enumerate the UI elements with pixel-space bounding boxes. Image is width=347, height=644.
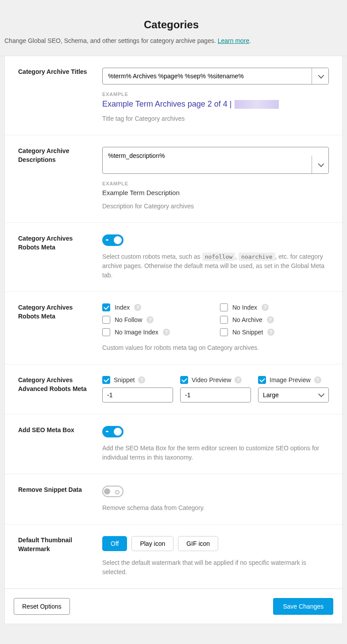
- field-label: Category Archives Robots Meta: [18, 234, 93, 252]
- watermark-option-button[interactable]: Play icon: [131, 536, 174, 551]
- checkbox[interactable]: [220, 328, 228, 336]
- checkbox-item: No Archive?: [220, 316, 329, 324]
- field-description: Select custom robots meta, such as nofol…: [102, 252, 329, 280]
- page-header: Categories Change Global SEO, Schema, an…: [0, 0, 347, 56]
- adv-robots-col: Image Preview?Large: [258, 376, 329, 402]
- field-label: Category Archives Advanced Robots Meta: [18, 376, 93, 393]
- robots-meta-toggle[interactable]: [102, 234, 123, 246]
- help-icon[interactable]: ?: [235, 376, 242, 383]
- field-advanced-robots: Category Archives Advanced Robots Meta S…: [5, 364, 342, 414]
- page-subtitle: Change Global SEO, Schema, and other set…: [4, 37, 338, 44]
- variables-dropdown-button[interactable]: [312, 156, 328, 173]
- checkbox[interactable]: [258, 376, 266, 384]
- checkbox-label: No Image Index: [115, 329, 158, 336]
- checkbox[interactable]: [102, 316, 110, 324]
- checkbox-label: No Snippet: [232, 329, 263, 336]
- checkbox[interactable]: [220, 303, 228, 311]
- image-preview-select[interactable]: Large: [258, 387, 329, 402]
- field-archive-descriptions: Category Archive Descriptions %term_desc…: [5, 135, 342, 223]
- adv-robots-input[interactable]: [180, 387, 251, 402]
- help-icon[interactable]: ?: [262, 304, 269, 311]
- field-description: Add the SEO Meta Box for the term editor…: [102, 444, 329, 462]
- checkbox-label: No Archive: [232, 316, 262, 323]
- field-label: Category Archive Descriptions: [18, 147, 93, 164]
- checkbox-label: Snippet: [114, 376, 135, 383]
- help-icon[interactable]: ?: [134, 304, 141, 311]
- help-icon[interactable]: ?: [267, 329, 274, 336]
- checkbox[interactable]: [102, 328, 110, 336]
- checkbox-label: No Index: [232, 304, 257, 311]
- adv-robots-col: Snippet?: [102, 376, 173, 402]
- checkbox-item: Index?: [102, 303, 211, 311]
- field-label: Category Archive Titles: [18, 68, 93, 77]
- help-icon[interactable]: ?: [138, 376, 145, 383]
- example-label: EXAMPLE: [102, 181, 329, 186]
- example-label: EXAMPLE: [102, 92, 329, 97]
- example-preview: Example Term Archives page 2 of 4 |: [102, 100, 329, 109]
- chevron-down-icon: [318, 73, 324, 79]
- watermark-option-button[interactable]: GIF icon: [178, 536, 218, 551]
- seo-meta-box-toggle[interactable]: [102, 426, 123, 437]
- archive-titles-input-group: [102, 68, 329, 84]
- save-changes-button[interactable]: Save Changes: [273, 598, 333, 615]
- archive-descriptions-input[interactable]: %term_description%: [103, 147, 312, 173]
- adv-robots-col: Video Preview?: [180, 376, 251, 402]
- help-icon[interactable]: ?: [267, 316, 274, 323]
- field-robots-meta-toggle: Category Archives Robots Meta Select cus…: [5, 223, 342, 292]
- variables-dropdown-button[interactable]: [312, 68, 328, 84]
- page-title: Categories: [4, 19, 338, 31]
- checkbox-label: No Follow: [115, 316, 142, 323]
- help-icon[interactable]: ?: [314, 376, 321, 383]
- field-archive-titles: Category Archive Titles EXAMPLE Example …: [5, 56, 342, 135]
- checkbox[interactable]: [180, 376, 188, 384]
- field-seo-meta-box: Add SEO Meta Box Add the SEO Meta Box fo…: [5, 414, 342, 474]
- footer-bar: Reset Options Save Changes: [5, 589, 342, 624]
- field-robots-checkboxes: Category Archives Robots Meta Index?No I…: [5, 292, 342, 364]
- field-description: Description for Category archives: [102, 202, 329, 211]
- watermark-option-button[interactable]: Off: [102, 536, 127, 551]
- checkbox-label: Image Preview: [270, 376, 311, 383]
- field-label: Remove Snippet Data: [18, 486, 93, 494]
- field-description: Custom values for robots meta tag on Cat…: [102, 343, 329, 353]
- reset-options-button[interactable]: Reset Options: [14, 598, 70, 615]
- field-remove-snippet: Remove Snippet Data Remove schema data f…: [5, 474, 342, 525]
- blurred-sitename: [235, 100, 279, 109]
- checkbox[interactable]: [220, 316, 228, 324]
- checkbox-label: Index: [115, 304, 130, 311]
- checkbox[interactable]: [102, 303, 110, 311]
- remove-snippet-toggle[interactable]: [102, 486, 123, 497]
- archive-titles-input[interactable]: [103, 68, 312, 84]
- field-description: Remove schema data from Category.: [102, 503, 329, 513]
- field-description: Select the default watermark that will b…: [102, 558, 329, 577]
- checkbox-item: No Snippet?: [220, 328, 329, 336]
- learn-more-link[interactable]: Learn more: [218, 37, 250, 44]
- archive-descriptions-input-group: %term_description%: [102, 147, 329, 174]
- field-label: Default Thumbnail Watermark: [18, 536, 93, 553]
- checkbox[interactable]: [102, 376, 110, 384]
- checkbox-item: No Index?: [220, 303, 329, 311]
- checkbox-item: No Image Index?: [102, 328, 211, 336]
- chevron-down-icon: [318, 161, 324, 167]
- help-icon[interactable]: ?: [163, 329, 170, 336]
- help-icon[interactable]: ?: [147, 316, 154, 323]
- field-label: Add SEO Meta Box: [18, 426, 93, 435]
- checkbox-item: No Follow?: [102, 316, 211, 324]
- example-text: Example Term Description: [102, 189, 329, 196]
- field-label: Category Archives Robots Meta: [18, 303, 93, 321]
- field-description: Title tag for Category archives: [102, 114, 329, 123]
- adv-robots-input[interactable]: [102, 387, 173, 402]
- field-watermark: Default Thumbnail Watermark OffPlay icon…: [5, 525, 342, 589]
- checkbox-label: Video Preview: [192, 376, 231, 383]
- settings-panel: Category Archive Titles EXAMPLE Example …: [4, 56, 343, 624]
